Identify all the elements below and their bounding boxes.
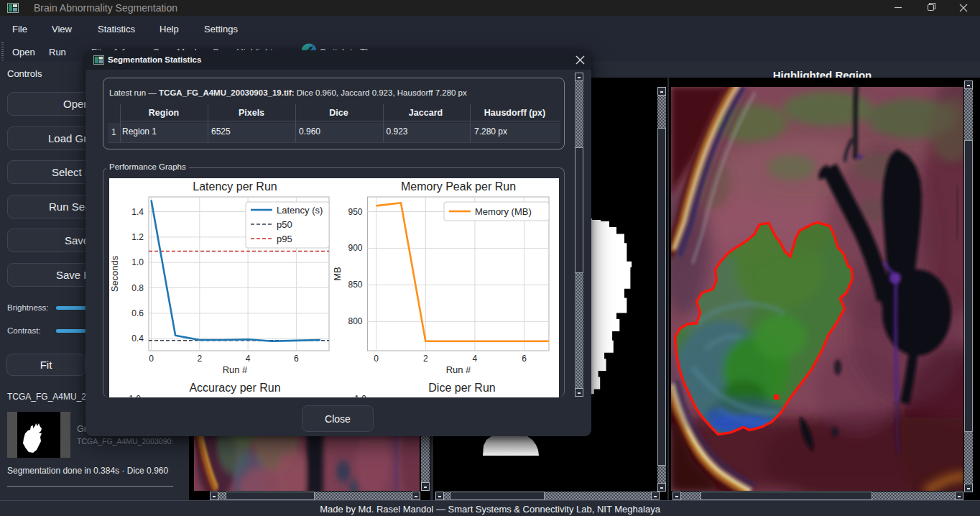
svg-text:950: 950: [348, 207, 362, 217]
svg-text:MB: MB: [332, 267, 343, 281]
svg-text:Memory Peak per Run: Memory Peak per Run: [401, 180, 516, 193]
svg-text:1.2: 1.2: [131, 232, 144, 242]
svg-text:p50: p50: [277, 219, 292, 230]
svg-text:1.0: 1.0: [129, 394, 141, 397]
svg-text:Seconds: Seconds: [109, 255, 120, 292]
svg-text:0.4: 0.4: [131, 333, 144, 344]
svg-text:1.0: 1.0: [131, 257, 144, 267]
svg-text:Run #: Run #: [446, 364, 471, 375]
svg-text:6: 6: [522, 354, 527, 364]
svg-text:Latency per Run: Latency per Run: [193, 180, 277, 193]
svg-text:Accuracy per Run: Accuracy per Run: [189, 382, 280, 394]
svg-text:1.4: 1.4: [131, 207, 144, 217]
svg-text:4: 4: [246, 354, 251, 364]
svg-text:0: 0: [149, 354, 154, 364]
svg-text:p95: p95: [277, 234, 292, 244]
svg-text:Dice per Run: Dice per Run: [428, 382, 495, 394]
svg-text:0.8: 0.8: [131, 283, 144, 293]
svg-text:Latency (s): Latency (s): [277, 205, 323, 216]
svg-text:800: 800: [348, 316, 362, 326]
svg-text:2: 2: [423, 354, 428, 364]
svg-text:1.0: 1.0: [354, 394, 366, 397]
svg-text:900: 900: [348, 243, 362, 253]
svg-text:Memory (MB): Memory (MB): [475, 206, 532, 217]
svg-text:6: 6: [294, 354, 299, 364]
svg-text:4: 4: [473, 354, 478, 364]
svg-text:850: 850: [348, 280, 362, 290]
svg-text:0: 0: [374, 354, 379, 364]
svg-text:2: 2: [197, 354, 202, 364]
svg-text:Run #: Run #: [223, 364, 248, 375]
svg-text:0.6: 0.6: [131, 308, 144, 318]
